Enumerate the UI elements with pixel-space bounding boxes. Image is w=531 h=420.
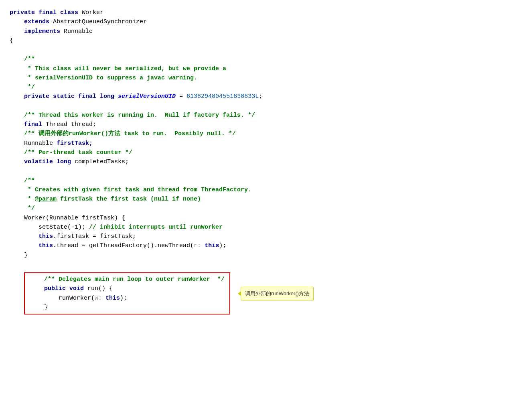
annotation-text: 调用外部的runWorker()方法: [245, 290, 309, 296]
code-line-highlighted: runWorker(w: this);: [28, 294, 226, 303]
code-line: this.firstTask = firstTask;: [8, 232, 523, 241]
code-line: [8, 260, 523, 269]
code-line: final Thread thread;: [8, 120, 523, 129]
code-line: this.thread = getThreadFactory().newThre…: [8, 241, 523, 250]
code-line: */: [8, 83, 523, 92]
code-line-highlighted: public void run() {: [28, 284, 226, 293]
code-viewer: private final class Worker extends Abstr…: [8, 4, 523, 322]
code-line: [8, 166, 523, 176]
code-line: {: [8, 36, 523, 45]
comment-creates: Creates: [35, 187, 60, 193]
code-line: private final class Worker: [8, 8, 523, 17]
code-line-highlighted: /** Delegates main run loop to outer run…: [28, 275, 226, 284]
code-line: private static final long serialVersionU…: [8, 92, 523, 101]
annotation-bubble: 调用外部的runWorker()方法: [241, 286, 314, 300]
code-line: implements Runnable: [8, 27, 523, 36]
code-line: /**: [8, 176, 523, 185]
code-line: volatile long completedTasks;: [8, 157, 523, 166]
comment-initial: 调用外部的runWorker()方法: [39, 130, 120, 137]
code-line: Runnable firstTask;: [8, 139, 523, 148]
code-line: * @param firstTask the first task (null …: [8, 195, 523, 204]
code-line: /** 调用外部的runWorker()方法 task to run. Poss…: [8, 129, 523, 138]
code-line: extends AbstractQueuedSynchronizer: [8, 17, 523, 26]
code-line: [8, 45, 523, 55]
code-line: }: [8, 251, 523, 260]
code-line: Worker(Runnable firstTask) {: [8, 213, 523, 223]
comment-this-class: This class: [35, 65, 71, 72]
code-line: * This class will never be serialized, b…: [8, 64, 523, 73]
code-line: * serialVersionUID to suppress a javac w…: [8, 73, 523, 83]
code-line-highlighted: }: [28, 303, 226, 312]
code-line: /** Thread this worker is running in. Nu…: [8, 111, 523, 120]
highlighted-code-block: /** Delegates main run loop to outer run…: [24, 272, 230, 314]
code-line: /** Per-thread task counter */: [8, 148, 523, 157]
code-line: setState(-1); // inhibit interrupts unti…: [8, 223, 523, 232]
code-line: [8, 101, 523, 111]
code-line: /**: [8, 55, 523, 64]
code-line: */: [8, 204, 523, 213]
code-line: * Creates with given first task and thre…: [8, 185, 523, 195]
